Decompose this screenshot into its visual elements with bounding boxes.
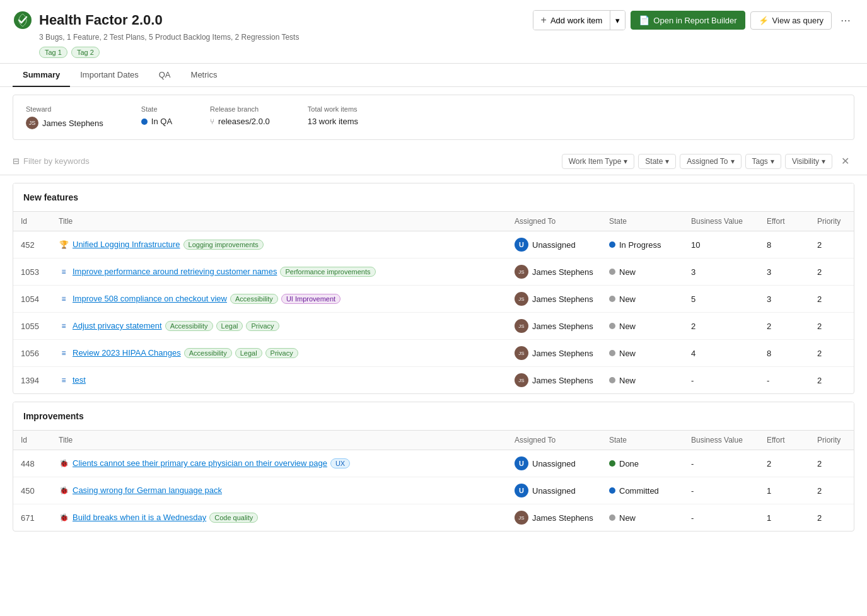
- filter-input-area[interactable]: ⊟ Filter by keywords: [13, 156, 556, 166]
- chevron-down-icon-tags: ▾: [771, 157, 774, 166]
- assigned-name: James Stephens: [532, 376, 593, 385]
- item-link-671[interactable]: Build breaks when it is a Wednesday: [73, 513, 206, 522]
- item-effort-1056: 8: [759, 340, 810, 367]
- state-text: New: [619, 267, 636, 277]
- section-0: New featuresIdTitleAssigned ToStateBusin…: [13, 183, 854, 394]
- item-link-452[interactable]: Unified Logging Infrastructure: [73, 240, 180, 249]
- item-link-1054[interactable]: Improve 508 compliance on checkout view: [73, 294, 227, 303]
- header-actions: + Add work item ▾ 📄 Open in Report Build…: [533, 10, 854, 30]
- page-header: Health Factor 2.0.0 3 Bugs, 1 Feature, 2…: [0, 0, 867, 64]
- item-link-1394[interactable]: test: [73, 375, 86, 385]
- item-tag: Performance improvements: [280, 267, 375, 277]
- filter-controls: Work Item Type ▾ State ▾ Assigned To ▾ T…: [562, 153, 854, 170]
- add-work-item-dropdown[interactable]: ▾: [610, 11, 625, 30]
- item-link-450[interactable]: Casing wrong for German language pack: [73, 485, 222, 495]
- item-tag: Code quality: [209, 513, 258, 523]
- item-priority-1053: 2: [810, 259, 854, 286]
- item-assigned-671: JSJames Stephens: [507, 504, 602, 532]
- item-state-450: Committed: [602, 477, 684, 504]
- item-id-450: 450: [13, 477, 51, 504]
- item-link-1056[interactable]: Review 2023 HIPAA Changes: [73, 348, 181, 357]
- state-text: Done: [619, 459, 639, 468]
- item-state-1394: New: [602, 367, 684, 394]
- item-bv-450: -: [684, 477, 759, 504]
- item-priority-450: 2: [810, 477, 854, 504]
- filter-tags[interactable]: Tags ▾: [745, 154, 781, 169]
- item-effort-452: 8: [759, 231, 810, 259]
- report-builder-label: Open in Report Builder: [653, 16, 736, 25]
- tab-important-dates[interactable]: Important Dates: [70, 64, 149, 87]
- steward-name: James Stephens: [42, 119, 103, 128]
- section-header-1: Improvements: [13, 402, 854, 431]
- state-text: New: [619, 294, 636, 304]
- assigned-name: James Stephens: [532, 513, 593, 523]
- assigned-name: Unassigned: [532, 240, 576, 250]
- tag-2: Tag 2: [71, 47, 100, 58]
- item-bv-448: -: [684, 450, 759, 477]
- release-value: ⑂ releases/2.0.0: [210, 117, 270, 126]
- item-priority-452: 2: [810, 231, 854, 259]
- tab-summary[interactable]: Summary: [13, 64, 70, 87]
- assigned-name: Unassigned: [532, 459, 576, 468]
- item-id-1055: 1055: [13, 313, 51, 340]
- state-dot: [609, 350, 615, 356]
- item-state-448: Done: [602, 450, 684, 477]
- item-type-icon-1054: ≡: [59, 294, 69, 304]
- add-work-item-button[interactable]: + Add work item ▾: [533, 10, 626, 30]
- title-row: Health Factor 2.0.0: [13, 10, 299, 30]
- header-left: Health Factor 2.0.0 3 Bugs, 1 Feature, 2…: [13, 10, 299, 58]
- item-type-icon-448: 🐞: [59, 458, 69, 468]
- item-id-1394: 1394: [13, 367, 51, 394]
- item-link-448[interactable]: Clients cannot see their primary care ph…: [73, 458, 327, 468]
- release-label: Release branch: [210, 105, 270, 113]
- report-icon: 📄: [639, 15, 649, 25]
- tab-metrics[interactable]: Metrics: [181, 64, 228, 87]
- item-bv-1056: 4: [684, 340, 759, 367]
- filter-tags-label: Tags: [752, 157, 768, 166]
- item-bv-1053: 3: [684, 259, 759, 286]
- item-link-1055[interactable]: Adjust privacy statement: [73, 321, 162, 330]
- add-work-item-main[interactable]: + Add work item: [533, 11, 610, 30]
- steward-label: Steward: [26, 105, 103, 113]
- state-dot: [609, 241, 615, 248]
- filter-visibility[interactable]: Visibility ▾: [785, 154, 832, 169]
- state-text: New: [619, 513, 636, 523]
- item-assigned-1053: JSJames Stephens: [507, 259, 602, 286]
- item-bv-1054: 5: [684, 286, 759, 313]
- tags-row: Tag 1 Tag 2: [39, 47, 299, 58]
- view-as-query-label: View as query: [772, 16, 823, 25]
- table-row: 1053≡Improve performance around retrievi…: [13, 259, 854, 286]
- item-tag: Legal: [216, 321, 243, 331]
- item-type-icon-1056: ≡: [59, 348, 69, 358]
- clear-filters-button[interactable]: ✕: [836, 153, 854, 170]
- item-priority-671: 2: [810, 504, 854, 532]
- total-label: Total work items: [308, 105, 358, 113]
- work-table-0: IdTitleAssigned ToStateBusiness ValueEff…: [13, 212, 854, 393]
- view-as-query-button[interactable]: ⚡ View as query: [750, 11, 832, 30]
- col-header-id: Id: [13, 431, 51, 450]
- state-text: New: [619, 322, 636, 331]
- item-title-1056: ≡Review 2023 HIPAA ChangesAccessibilityL…: [51, 340, 507, 367]
- state-dot: [609, 269, 615, 275]
- item-assigned-1055: JSJames Stephens: [507, 313, 602, 340]
- col-header-effort: Effort: [759, 431, 810, 450]
- chevron-down-icon-wit: ▾: [624, 157, 627, 166]
- col-header-priority: Priority: [810, 431, 854, 450]
- open-report-builder-button[interactable]: 📄 Open in Report Builder: [631, 11, 745, 30]
- chevron-down-icon-assigned: ▾: [731, 157, 735, 166]
- nav-tabs: Summary Important Dates QA Metrics: [0, 64, 867, 87]
- item-priority-1055: 2: [810, 313, 854, 340]
- filter-state[interactable]: State ▾: [638, 154, 676, 169]
- col-header-title: Title: [51, 431, 507, 450]
- tab-qa[interactable]: QA: [149, 64, 181, 87]
- filter-work-item-type[interactable]: Work Item Type ▾: [562, 154, 635, 169]
- more-options-button[interactable]: ⋯: [837, 12, 854, 29]
- item-assigned-448: UUnassigned: [507, 450, 602, 477]
- state-text: New: [619, 376, 636, 385]
- filter-assigned-to[interactable]: Assigned To ▾: [680, 154, 741, 169]
- section-header-0: New features: [13, 183, 854, 212]
- item-link-1053[interactable]: Improve performance around retrieving cu…: [73, 267, 277, 276]
- avatar: JS: [515, 319, 528, 333]
- item-title-671: 🐞Build breaks when it is a WednesdayCode…: [51, 504, 507, 532]
- avatar: U: [515, 484, 528, 497]
